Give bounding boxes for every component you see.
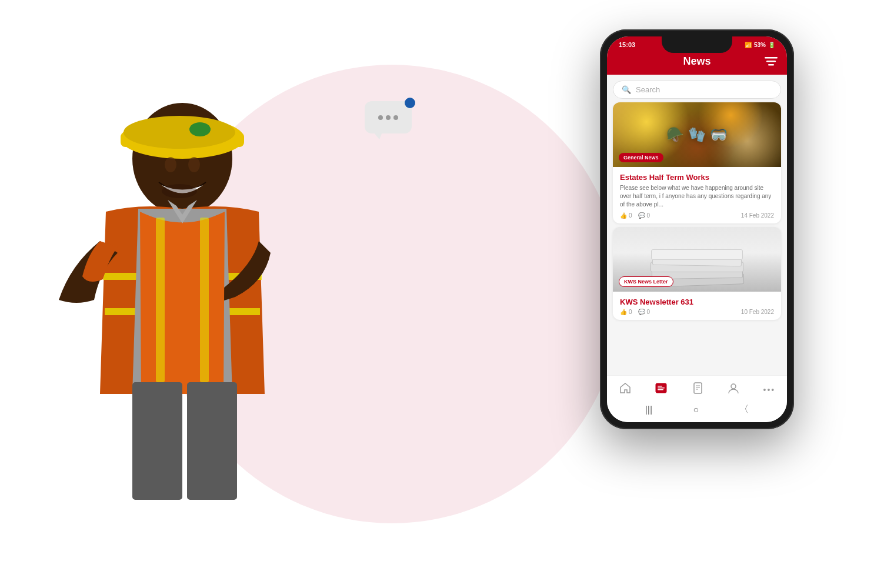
status-icons: 📶 53% 🔋 xyxy=(745,42,775,48)
card-image-construction: General News xyxy=(613,102,781,167)
svg-rect-11 xyxy=(132,382,182,500)
comment-count: 0 xyxy=(647,212,651,219)
card-date-1: 14 Feb 2022 xyxy=(741,212,774,219)
svg-point-24 xyxy=(731,384,736,389)
chat-notification-badge xyxy=(405,98,415,108)
nav-items: ••• xyxy=(607,376,787,400)
card-title-2: KWS Newsletter 631 xyxy=(620,298,774,306)
category-badge-1: General News xyxy=(619,153,663,162)
comment-icon-2: 💬 xyxy=(638,309,645,315)
header-title: News xyxy=(683,55,710,68)
nav-docs[interactable] xyxy=(691,382,704,397)
svg-point-6 xyxy=(188,157,200,172)
card-excerpt-1: Please see below what we have happening … xyxy=(620,184,774,209)
status-time: 15:03 xyxy=(619,41,635,48)
phone-screen: 15:03 📶 53% 🔋 News xyxy=(607,36,787,422)
svg-point-5 xyxy=(165,157,176,172)
content-area: 🔍 Search General News Estates Half Term … xyxy=(607,75,787,384)
search-icon: 🔍 xyxy=(622,85,631,94)
filter-icon[interactable] xyxy=(765,57,778,69)
android-home-btn[interactable]: ○ xyxy=(693,405,699,415)
signal-icon: 📶 xyxy=(745,42,752,48)
svg-rect-17 xyxy=(658,386,662,387)
svg-rect-14 xyxy=(766,61,776,62)
svg-rect-10 xyxy=(200,218,209,382)
search-placeholder-text: Search xyxy=(636,85,660,94)
like-count: 0 xyxy=(629,212,632,219)
nav-home[interactable] xyxy=(619,382,632,397)
app-header: News xyxy=(607,51,787,75)
comment-icon: 💬 xyxy=(638,212,645,219)
card-image-newspaper: KWS News Letter xyxy=(613,227,781,292)
phone-container: 15:03 📶 53% 🔋 News xyxy=(600,29,794,429)
chat-dot-1 xyxy=(378,115,383,120)
card-footer-1: 👍 0 💬 0 14 Feb 2022 xyxy=(620,212,774,219)
profile-icon xyxy=(727,382,740,397)
battery-text: 53% xyxy=(754,42,766,48)
card-stats-1: 👍 0 💬 0 xyxy=(620,212,650,219)
phone-frame: 15:03 📶 53% 🔋 News xyxy=(600,29,794,429)
comments-stat: 💬 0 xyxy=(638,212,651,219)
nav-more[interactable]: ••• xyxy=(763,385,776,395)
like-icon: 👍 xyxy=(620,212,627,219)
news-card-1[interactable]: General News Estates Half Term Works Ple… xyxy=(613,102,781,223)
svg-rect-12 xyxy=(187,382,237,500)
svg-rect-15 xyxy=(768,64,774,66)
card-title-1: Estates Half Term Works xyxy=(620,173,774,182)
card-date-2: 10 Feb 2022 xyxy=(741,309,774,315)
nav-profile[interactable] xyxy=(727,382,740,397)
docs-icon xyxy=(691,382,704,397)
like-count-2: 0 xyxy=(629,309,632,315)
search-bar[interactable]: 🔍 Search xyxy=(613,81,781,99)
battery-icon: 🔋 xyxy=(768,42,775,48)
android-menu-btn[interactable]: ||| xyxy=(645,405,652,415)
news-icon xyxy=(655,382,668,397)
phone-notch xyxy=(662,36,732,53)
android-nav: ||| ○ 〈 xyxy=(607,400,787,419)
android-back-btn[interactable]: 〈 xyxy=(739,403,749,416)
card-body-2: KWS Newsletter 631 👍 0 💬 0 xyxy=(613,292,781,320)
svg-rect-13 xyxy=(765,57,778,59)
news-card-2[interactable]: KWS News Letter KWS Newsletter 631 👍 0 xyxy=(613,227,781,320)
svg-rect-19 xyxy=(658,389,663,390)
chat-dot-2 xyxy=(386,115,391,120)
card-body-1: Estates Half Term Works Please see below… xyxy=(613,167,781,223)
svg-rect-20 xyxy=(694,383,702,393)
svg-point-7 xyxy=(162,184,197,198)
worker-figure xyxy=(0,41,371,588)
likes-stat-2: 👍 0 xyxy=(620,309,632,315)
card-footer-2: 👍 0 💬 0 10 Feb 2022 xyxy=(620,309,774,315)
svg-rect-9 xyxy=(156,218,165,382)
svg-rect-18 xyxy=(658,387,665,389)
svg-point-3 xyxy=(124,116,235,149)
home-icon xyxy=(619,382,632,397)
category-badge-2: KWS News Letter xyxy=(619,276,673,287)
chat-bubble xyxy=(365,101,412,133)
chat-dot-3 xyxy=(393,115,398,120)
more-icon: ••• xyxy=(763,385,776,395)
likes-stat: 👍 0 xyxy=(620,212,632,219)
nav-news[interactable] xyxy=(655,382,668,397)
comment-count-2: 0 xyxy=(647,309,651,315)
bottom-nav: ••• ||| ○ 〈 xyxy=(607,375,787,422)
comments-stat-2: 💬 0 xyxy=(638,309,651,315)
svg-point-4 xyxy=(189,122,211,136)
like-icon-2: 👍 xyxy=(620,309,627,315)
card-stats-2: 👍 0 💬 0 xyxy=(620,309,650,315)
